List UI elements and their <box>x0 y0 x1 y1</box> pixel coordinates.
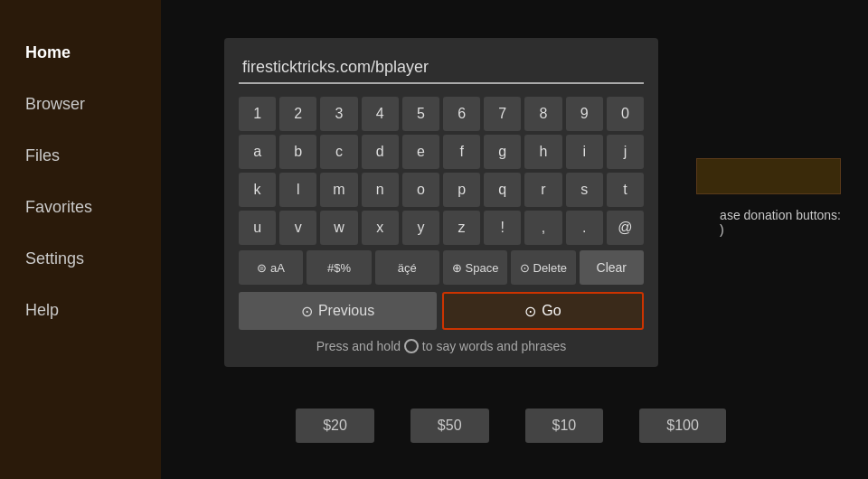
keyboard-row-aj: a b c d e f g h i j <box>239 135 644 169</box>
donation-50-button[interactable]: $50 <box>410 409 489 443</box>
sidebar-item-browser[interactable]: Browser <box>0 79 161 130</box>
key-q[interactable]: q <box>484 173 521 207</box>
key-0[interactable]: 0 <box>607 97 644 131</box>
key-8[interactable]: 8 <box>524 97 561 131</box>
accents-key[interactable]: äçé <box>375 250 439 285</box>
key-6[interactable]: 6 <box>443 97 480 131</box>
key-f[interactable]: f <box>443 135 480 169</box>
sidebar-item-help[interactable]: Help <box>0 285 161 336</box>
key-y[interactable]: y <box>402 211 439 245</box>
key-h[interactable]: h <box>524 135 561 169</box>
sidebar-item-files[interactable]: Files <box>0 130 161 182</box>
key-t[interactable]: t <box>607 173 644 207</box>
key-d[interactable]: d <box>362 135 399 169</box>
go-label: Go <box>542 303 561 319</box>
keyboard-row-uspecial: u v w x y z ! , . @ <box>239 211 644 245</box>
voice-hint-text: Press and hold <box>316 339 404 353</box>
sidebar-item-home[interactable]: Home <box>0 27 161 79</box>
key-exclaim[interactable]: ! <box>484 211 521 245</box>
donation-buttons-row: $20 $50 $10 $100 <box>181 409 841 443</box>
key-x[interactable]: x <box>362 211 399 245</box>
key-r[interactable]: r <box>524 173 561 207</box>
key-at[interactable]: @ <box>607 211 644 245</box>
previous-label: Previous <box>318 303 374 319</box>
sidebar: Home Browser Files Favorites Settings He… <box>0 0 161 479</box>
keyboard-special-row: ⊜ aA #$% äçé ⊕ Space ⊙ Delete Clear <box>239 250 644 285</box>
donation-10-button[interactable]: $10 <box>525 409 604 443</box>
sidebar-item-favorites[interactable]: Favorites <box>0 182 161 233</box>
key-5[interactable]: 5 <box>402 97 439 131</box>
key-j[interactable]: j <box>607 135 644 169</box>
key-g[interactable]: g <box>484 135 521 169</box>
donation-100-button[interactable]: $100 <box>639 409 726 443</box>
key-e[interactable]: e <box>402 135 439 169</box>
voice-hint: Press and hold to say words and phrases <box>239 339 644 358</box>
key-i[interactable]: i <box>566 135 603 169</box>
clear-key[interactable]: Clear <box>580 250 644 285</box>
key-v[interactable]: v <box>279 211 316 245</box>
keyboard: 1 2 3 4 5 6 7 8 9 0 a b c d e f g h i j … <box>239 97 644 285</box>
key-period[interactable]: . <box>566 211 603 245</box>
voice-hint-suffix: to say words and phrases <box>422 339 567 353</box>
key-k[interactable]: k <box>239 173 276 207</box>
previous-button[interactable]: ⊙ Previous <box>239 292 437 330</box>
space-key[interactable]: ⊕ Space <box>443 250 507 285</box>
nav-buttons: ⊙ Previous ⊙ Go <box>239 292 644 330</box>
key-4[interactable]: 4 <box>362 97 399 131</box>
key-p[interactable]: p <box>443 173 480 207</box>
top-right-box <box>696 158 841 194</box>
key-7[interactable]: 7 <box>484 97 521 131</box>
key-z[interactable]: z <box>443 211 480 245</box>
delete-key[interactable]: ⊙ Delete <box>511 250 575 285</box>
go-button[interactable]: ⊙ Go <box>442 292 644 330</box>
voice-button-icon <box>404 339 419 353</box>
key-3[interactable]: 3 <box>320 97 357 131</box>
key-o[interactable]: o <box>402 173 439 207</box>
previous-icon: ⊙ <box>301 303 313 320</box>
url-input[interactable] <box>239 52 644 84</box>
key-w[interactable]: w <box>320 211 357 245</box>
key-b[interactable]: b <box>279 135 316 169</box>
symbols-key[interactable]: #$% <box>307 250 371 285</box>
go-icon: ⊙ <box>524 303 536 320</box>
key-s[interactable]: s <box>566 173 603 207</box>
key-u[interactable]: u <box>239 211 276 245</box>
key-l[interactable]: l <box>279 173 316 207</box>
key-m[interactable]: m <box>320 173 357 207</box>
sidebar-item-settings[interactable]: Settings <box>0 233 161 285</box>
key-c[interactable]: c <box>320 135 357 169</box>
keyboard-dialog: 1 2 3 4 5 6 7 8 9 0 a b c d e f g h i j … <box>224 38 658 367</box>
key-a[interactable]: a <box>239 135 276 169</box>
key-n[interactable]: n <box>362 173 399 207</box>
donation-20-button[interactable]: $20 <box>296 409 374 443</box>
key-2[interactable]: 2 <box>279 97 316 131</box>
key-1[interactable]: 1 <box>239 97 276 131</box>
keyboard-row-numbers: 1 2 3 4 5 6 7 8 9 0 <box>239 97 644 131</box>
keyboard-row-kt: k l m n o p q r s t <box>239 173 644 207</box>
key-9[interactable]: 9 <box>566 97 603 131</box>
key-comma[interactable]: , <box>524 211 561 245</box>
caps-key[interactable]: ⊜ aA <box>239 250 303 285</box>
donation-label: ase donation buttons: ) <box>720 208 841 237</box>
